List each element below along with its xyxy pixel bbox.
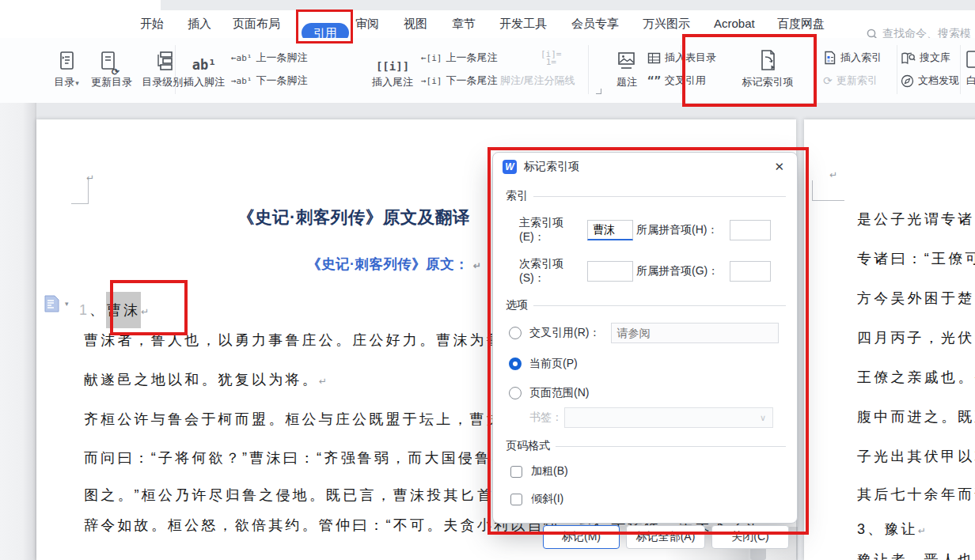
body-line: 曹沫者，鲁人也，以勇力事鲁庄公。庄公好力。曹沫为鲁将， [84, 331, 537, 350]
cross-reference-button[interactable]: “” 交叉引用 [647, 74, 706, 88]
tab-insert[interactable]: 插入 [188, 17, 211, 32]
next-footnote-icon: →ab¹ [231, 76, 252, 86]
update-index-icon: ⟳ [823, 74, 833, 87]
paragraph-mark: ↵ [473, 260, 481, 271]
bold-checkbox[interactable] [510, 466, 522, 478]
section-options: 选项 [506, 298, 786, 312]
tab-developer[interactable]: 开发工具 [499, 17, 547, 32]
footnote-separator-button: 脚注/尾注分隔线 [500, 74, 575, 88]
ribbon-tab-bar: 开始 插入 页面布局 引用 审阅 视图 章节 开发工具 会员专享 万兴图示 Ac… [0, 10, 975, 38]
tab-wondershare[interactable]: 万兴图示 [643, 17, 690, 32]
mark-index-entry-button[interactable]: 标记索引项 [736, 43, 799, 89]
body-line: 四月丙子，光伏甲士于窟室中，而具 [857, 328, 975, 347]
margin-corner-mark [71, 180, 89, 204]
caption-icon [613, 43, 640, 73]
pinyin-g-input[interactable] [730, 261, 771, 282]
insert-index-button[interactable]: 插入索引 [823, 51, 882, 65]
bookmark-select[interactable]: ∨ [564, 407, 773, 428]
paragraph-mark: ↵ [141, 306, 149, 317]
heading-cao-mo[interactable]: 1、曹沫↵ [79, 290, 149, 330]
workspace-left-gutter [0, 103, 36, 560]
update-toc-button[interactable]: ⟳ 更新目录 [89, 43, 135, 89]
main-entry-input[interactable] [587, 220, 633, 240]
page-range-radio[interactable] [509, 387, 522, 399]
mark-index-entry-dialog: W 标记索引项 ✕ 索引 主索引项(E)： 所属拼音项(H)： 次索引项(S)：… [492, 152, 798, 524]
close-icon[interactable]: ✕ [771, 158, 787, 176]
tab-review[interactable]: 审阅 [355, 17, 379, 32]
bookmark-label: 书签： [529, 411, 563, 425]
toc-button[interactable]: 目录▾ [46, 43, 87, 89]
titlebar-strip [161, 0, 975, 10]
search-library-button[interactable]: 搜文库 [901, 51, 950, 65]
sub-entry-input[interactable] [587, 261, 633, 282]
body-line: 其后七十余年而晋有豫让之事。 [857, 485, 975, 504]
tab-baidu-netdisk[interactable]: 百度网盘 [777, 17, 825, 32]
references-ribbon: 目录▾ ⟳ 更新目录 目录级别▾ ab¹ 插入脚注 ←ab¹ 上一条脚注 →ab… [0, 38, 975, 104]
insert-index-icon [823, 51, 837, 65]
body-line: 专诸曰：“王僚可杀也。母老子弱， [857, 249, 975, 268]
body-line: 而问曰：“子将何欲？”曹沫曰：“齐强鲁弱，而大国侵鲁亦 [84, 448, 508, 467]
search-library-icon [901, 51, 916, 65]
caption-button[interactable]: 题注 [613, 43, 640, 89]
dialog-title: 标记索引项 [524, 160, 579, 174]
page-range-label: 页面范围(N) [529, 386, 589, 400]
body-line: 王僚之亲戚也。夹立侍，皆持长铍。 [857, 368, 975, 387]
prev-endnote-icon: ←[i] [421, 53, 442, 63]
paste-options-button[interactable]: ▾ [44, 294, 69, 313]
toc-icon [46, 43, 87, 73]
tab-acrobat[interactable]: Acrobat [714, 17, 755, 30]
wps-logo-icon: W [503, 160, 517, 174]
mark-all-button[interactable]: 标记全部(A) [626, 525, 705, 549]
edge-partial-label: 白 [966, 74, 975, 88]
pinyin-h-label: 所属拼音项(H)： [636, 223, 730, 237]
cross-reference-input[interactable] [611, 323, 779, 343]
document-subtitle: 《史记·刺客列传》原文： ↵ [307, 255, 481, 274]
doc-discovery-icon [901, 74, 914, 88]
footnote-dialog-launcher[interactable] [596, 89, 601, 94]
next-endnote-button[interactable]: →[i] 下一条尾注 [421, 74, 498, 88]
tab-page-layout[interactable]: 页面布局 [233, 17, 280, 32]
body-line: 子光出其伏甲以攻王僚之徒，尽灭之 [857, 447, 975, 466]
tab-view[interactable]: 视图 [404, 17, 427, 32]
current-page-radio[interactable] [509, 358, 522, 370]
footnote-separator-icon: [i]=1= [541, 51, 562, 66]
body-line: 豫让者，晋人也，故尝事范氏及中行 [857, 551, 975, 560]
insert-footnote-button[interactable]: ab¹ 插入脚注 [180, 43, 228, 89]
insert-table-of-figures-button[interactable]: 插入表目录 [647, 51, 716, 65]
tab-member[interactable]: 会员专享 [571, 17, 619, 32]
body-line: 献遂邑之地以和。犹复以为将。↵ [84, 370, 327, 389]
chevron-down-icon: ▾ [75, 79, 79, 87]
prev-endnote-button[interactable]: ←[i] 上一条尾注 [421, 51, 498, 65]
mark-button[interactable]: 标记(M) [543, 525, 620, 549]
bold-label: 加粗(B) [531, 464, 568, 479]
document-title: 《史记·刺客列传》原文及翻译 [237, 206, 470, 229]
paragraph-mark: ↵ [829, 169, 837, 180]
insert-endnote-icon: [[i]] [376, 60, 409, 73]
dialog-titlebar[interactable]: W 标记索引项 ✕ [493, 153, 797, 181]
body-line: 腹中而进之。既至王前，专诸擘鱼， [857, 407, 975, 426]
doc-discovery-button[interactable]: 文档发现 [901, 74, 959, 88]
next-footnote-button[interactable]: →ab¹ 下一条脚注 [231, 74, 308, 88]
margin-corner-mark [812, 180, 844, 201]
sub-entry-label: 次索引项(S)： [519, 257, 587, 286]
insert-endnote-button[interactable]: [[i]] 插入尾注 [368, 43, 417, 89]
prev-footnote-button[interactable]: ←ab¹ 上一条脚注 [231, 51, 308, 65]
tab-home[interactable]: 开始 [140, 17, 164, 32]
cross-reference-radio[interactable] [509, 327, 522, 339]
paste-options-icon [44, 294, 60, 313]
italic-checkbox[interactable] [510, 494, 522, 505]
prev-footnote-icon: ←ab¹ [231, 53, 252, 63]
main-entry-label: 主索引项(E)： [519, 216, 587, 244]
edge-partial-icon [966, 51, 975, 68]
heading-yu-rang: 3、豫让↵ [857, 520, 926, 539]
close-button[interactable]: 关闭(C) [711, 525, 789, 549]
pinyin-g-label: 所属拼音项(G)： [636, 264, 730, 278]
cross-reference-label: 交叉引用(R)： [529, 326, 600, 340]
tab-section[interactable]: 章节 [452, 17, 476, 32]
body-line: 齐桓公许与鲁会于柯而盟。桓公与庄公既盟于坛上，曹沫执匕 [84, 410, 537, 429]
pinyin-h-input[interactable] [730, 220, 771, 240]
current-page-label: 当前页(P) [529, 357, 578, 371]
cross-reference-icon: “” [647, 74, 661, 87]
selected-text[interactable]: 曹沫 [106, 292, 141, 328]
body-line: 图之。”桓公乃许尽归鲁之侵地。既已言，曹沫投其匕首，下坛 [84, 486, 544, 505]
